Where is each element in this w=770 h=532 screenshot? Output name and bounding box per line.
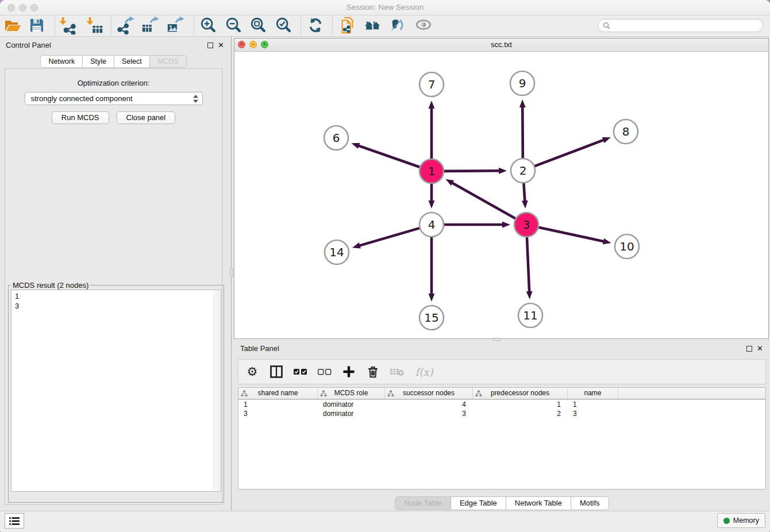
column-header-successor-nodes[interactable]: successor nodes bbox=[385, 388, 473, 399]
graph-edge-2-8[interactable] bbox=[535, 140, 605, 166]
table-cell[interactable]: 3 bbox=[385, 409, 473, 418]
graph-edge-arrowhead bbox=[351, 143, 360, 149]
export-image-icon[interactable] bbox=[165, 16, 185, 35]
graph-edge-4-14[interactable] bbox=[358, 228, 419, 246]
node-table-header: shared nameMCDS rolesuccessor nodesprede… bbox=[238, 388, 765, 400]
network-canvas[interactable]: 1234678910111415 bbox=[234, 51, 768, 338]
run-mcds-button[interactable]: Run MCDS bbox=[52, 111, 109, 124]
graph-edge-3-1[interactable] bbox=[451, 182, 515, 218]
table-cell[interactable]: 1 bbox=[473, 400, 568, 409]
select-all-icon[interactable] bbox=[292, 364, 309, 380]
unselect-all-icon[interactable] bbox=[317, 364, 333, 380]
table-cell[interactable]: dominator bbox=[318, 409, 385, 418]
graph-node-1[interactable]: 1 bbox=[419, 159, 444, 183]
table-row[interactable]: 3dominator323 bbox=[238, 409, 765, 418]
column-header-name[interactable]: name bbox=[568, 388, 618, 399]
tab-network[interactable]: Network bbox=[40, 55, 83, 68]
graph-node-7[interactable]: 7 bbox=[419, 72, 444, 97]
refresh-icon[interactable] bbox=[306, 16, 325, 35]
table-cell[interactable]: 3 bbox=[238, 409, 318, 418]
zoom-in-icon[interactable] bbox=[198, 16, 218, 35]
control-panel-float-button[interactable] bbox=[207, 43, 213, 48]
graph-node-2[interactable]: 2 bbox=[511, 159, 535, 183]
table-cell[interactable]: 1 bbox=[568, 400, 618, 409]
mcds-result-title: MCDS result (2 nodes) bbox=[11, 281, 90, 290]
table-row[interactable]: 1dominator411 bbox=[238, 400, 765, 409]
graph-node-9[interactable]: 9 bbox=[510, 71, 534, 95]
table-cell[interactable]: 4 bbox=[385, 400, 473, 409]
vertical-splitter[interactable] bbox=[230, 36, 233, 511]
close-panel-button[interactable]: Close panel bbox=[117, 111, 176, 124]
table-panel-close-button[interactable]: ✕ bbox=[757, 345, 763, 352]
toolbar-separator bbox=[194, 16, 194, 35]
svg-text:7: 7 bbox=[428, 78, 436, 91]
export-table-icon[interactable] bbox=[140, 16, 160, 35]
network-window-titlebar: ✕ − + scc.txt bbox=[234, 38, 768, 52]
clone-network-icon[interactable] bbox=[338, 16, 357, 35]
table-cell[interactable]: 3 bbox=[568, 409, 618, 418]
graph-node-14[interactable]: 14 bbox=[325, 240, 349, 264]
zoom-selected-icon[interactable] bbox=[274, 16, 293, 35]
zoom-out-icon[interactable] bbox=[224, 16, 243, 35]
memory-button[interactable]: Memory bbox=[717, 513, 765, 528]
delete-table-icon[interactable] bbox=[389, 364, 405, 380]
column-header-MCDS-role[interactable]: MCDS role bbox=[318, 388, 385, 399]
table-cell[interactable]: dominator bbox=[318, 400, 385, 409]
tab-mcds[interactable]: MCDS bbox=[149, 55, 187, 68]
tab-network-table[interactable]: Network Table bbox=[506, 496, 571, 510]
function-builder-icon[interactable]: f(x) bbox=[413, 364, 435, 380]
import-network-icon[interactable] bbox=[58, 16, 78, 35]
control-panel-close-button[interactable]: ✕ bbox=[218, 42, 224, 49]
graph-node-4[interactable]: 4 bbox=[419, 213, 444, 237]
vertical-splitter-handle[interactable] bbox=[230, 268, 233, 277]
attribute-tree-icon bbox=[387, 390, 394, 397]
add-row-icon[interactable] bbox=[341, 364, 357, 380]
delete-row-icon[interactable] bbox=[365, 364, 381, 380]
graph-node-10[interactable]: 10 bbox=[615, 234, 639, 259]
tab-select[interactable]: Select bbox=[114, 55, 150, 68]
graph-node-8[interactable]: 8 bbox=[614, 119, 638, 144]
graph-node-3[interactable]: 3 bbox=[514, 213, 538, 237]
show-hide-icon[interactable] bbox=[414, 16, 433, 35]
graph-node-11[interactable]: 11 bbox=[518, 303, 542, 327]
task-history-button[interactable] bbox=[5, 513, 24, 529]
graph-edge-2-9[interactable] bbox=[522, 106, 523, 158]
graph-edge-1-2[interactable] bbox=[444, 171, 500, 171]
tab-style[interactable]: Style bbox=[82, 55, 114, 68]
svg-text:15: 15 bbox=[424, 311, 438, 325]
criterion-select[interactable]: strongly connected component bbox=[25, 92, 203, 105]
save-session-icon[interactable] bbox=[27, 16, 47, 35]
column-settings-gear-icon[interactable]: ⚙ bbox=[244, 364, 260, 380]
horizontal-splitter-handle[interactable] bbox=[493, 338, 500, 341]
mcds-result-line: 1 bbox=[15, 291, 221, 301]
search-input[interactable] bbox=[613, 21, 758, 30]
search-box[interactable] bbox=[598, 19, 763, 32]
graph-edge-arrowhead bbox=[429, 201, 435, 209]
graph-edge-1-6[interactable] bbox=[357, 145, 419, 167]
open-session-icon[interactable] bbox=[3, 16, 22, 35]
table-cell[interactable]: 1 bbox=[238, 400, 318, 409]
column-header-predecessor-nodes[interactable]: predecessor nodes bbox=[473, 388, 568, 399]
graph-node-6[interactable]: 6 bbox=[324, 126, 348, 150]
graph-edge-arrowhead bbox=[519, 99, 526, 107]
tab-motifs[interactable]: Motifs bbox=[571, 496, 609, 510]
import-table-icon[interactable] bbox=[85, 16, 105, 35]
tab-edge-table[interactable]: Edge Table bbox=[451, 496, 506, 510]
graphics-details-icon[interactable] bbox=[388, 16, 407, 35]
column-header-shared-name[interactable]: shared name bbox=[238, 388, 318, 399]
table-cell[interactable]: 2 bbox=[473, 409, 568, 418]
table-panel-float-button[interactable] bbox=[746, 346, 752, 352]
mcds-result-line: 3 bbox=[15, 301, 221, 311]
tab-node-table[interactable]: Node Table bbox=[395, 496, 451, 510]
graph-edge-2-3[interactable] bbox=[523, 183, 525, 202]
home-view-icon[interactable] bbox=[363, 16, 383, 35]
result-scrollbar[interactable] bbox=[214, 291, 220, 491]
attribute-tree-icon bbox=[475, 390, 482, 397]
graph-node-15[interactable]: 15 bbox=[419, 306, 444, 330]
graph-edge-3-11[interactable] bbox=[527, 237, 529, 293]
export-network-icon[interactable] bbox=[116, 16, 135, 35]
show-column-icon[interactable] bbox=[268, 364, 284, 380]
toolbar-separator bbox=[111, 16, 111, 35]
graph-edge-3-10[interactable] bbox=[538, 228, 605, 242]
zoom-fit-icon[interactable] bbox=[248, 16, 268, 35]
